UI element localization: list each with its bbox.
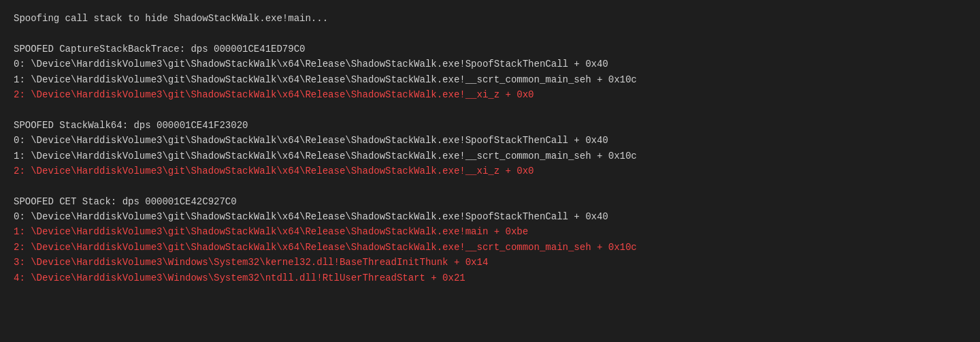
terminal-line: SPOOFED CET Stack: dps 000001CE42C927C0: [14, 194, 966, 209]
terminal-line: 0: \Device\HarddiskVolume3\git\ShadowSta…: [14, 133, 966, 148]
terminal-line: SPOOFED StackWalk64: dps 000001CE41F2302…: [14, 118, 966, 133]
terminal-line: 0: \Device\HarddiskVolume3\git\ShadowSta…: [14, 57, 966, 72]
terminal-line: Spoofing call stack to hide ShadowStackW…: [14, 11, 966, 26]
terminal-line-empty: [14, 102, 966, 117]
terminal-line: 1: \Device\HarddiskVolume3\git\ShadowSta…: [14, 72, 966, 87]
terminal-line: 2: \Device\HarddiskVolume3\git\ShadowSta…: [14, 87, 966, 102]
terminal-line: 1: \Device\HarddiskVolume3\git\ShadowSta…: [14, 149, 966, 164]
terminal-output: Spoofing call stack to hide ShadowStackW…: [14, 11, 966, 285]
terminal-line: SPOOFED CaptureStackBackTrace: dps 00000…: [14, 42, 966, 57]
terminal-line: 3: \Device\HarddiskVolume3\Windows\Syste…: [14, 255, 966, 270]
terminal-line-empty: [14, 178, 966, 193]
terminal-line: 2: \Device\HarddiskVolume3\git\ShadowSta…: [14, 164, 966, 178]
terminal-line: 2: \Device\HarddiskVolume3\git\ShadowSta…: [14, 240, 966, 255]
terminal-line: 1: \Device\HarddiskVolume3\git\ShadowSta…: [14, 224, 966, 239]
terminal-line: 0: \Device\HarddiskVolume3\git\ShadowSta…: [14, 209, 966, 224]
terminal-line: 4: \Device\HarddiskVolume3\Windows\Syste…: [14, 270, 966, 285]
terminal-line-empty: [14, 26, 966, 41]
